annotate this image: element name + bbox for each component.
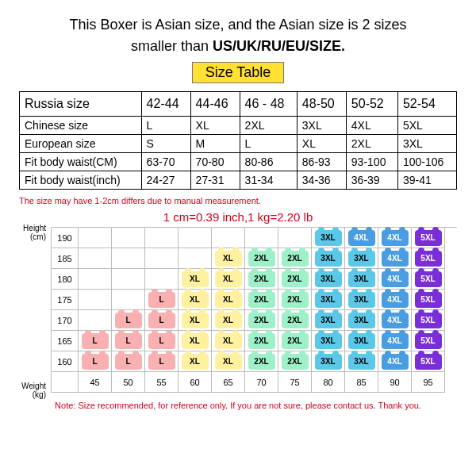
table-cell: S	[141, 135, 190, 153]
y-tick: 160	[52, 351, 79, 372]
x-tick: 55	[145, 372, 178, 393]
size-tag: 2XL	[282, 354, 309, 370]
chart-cell: L	[79, 351, 112, 372]
table-cell: XL	[297, 135, 346, 153]
chart-cell	[79, 228, 112, 248]
chart-cell: L	[79, 331, 112, 351]
table-cell: 5XL	[397, 117, 456, 135]
size-tag: 2XL	[248, 333, 275, 349]
chart-cell: XL	[212, 351, 245, 372]
size-tag: 3XL	[348, 354, 375, 370]
size-tag: L	[148, 333, 175, 349]
chart-cell: 3XL	[345, 331, 378, 351]
x-tick: 60	[178, 372, 212, 393]
chart-cell: 3XL	[345, 310, 378, 331]
chart-cell: 3XL	[312, 331, 345, 351]
table-cell: 2XL	[240, 117, 297, 135]
y-tick: 185	[52, 248, 79, 269]
size-tag: XL	[215, 313, 242, 328]
y-tick: 180	[52, 269, 79, 290]
x-tick: 45	[79, 372, 112, 393]
chart-cell: L	[145, 351, 178, 372]
size-tag: 5XL	[415, 251, 442, 267]
chart-cell: 5XL	[412, 331, 445, 351]
chart-cell	[145, 269, 178, 290]
x-tick: 65	[212, 372, 245, 393]
size-tag: 4XL	[348, 230, 375, 246]
table-cell: Fit body waist(inch)	[20, 171, 142, 190]
table-cell: 34-36	[297, 171, 346, 190]
y-tick: 165	[52, 331, 79, 351]
chart-cell: L	[145, 290, 178, 310]
size-tag: L	[115, 333, 142, 349]
chart-cell: L	[145, 331, 178, 351]
chart-cell	[79, 290, 112, 310]
chart-cell: 2XL	[278, 290, 312, 310]
intro-line1: This Boxer is Asian size, and the Asian …	[69, 17, 406, 33]
table-cell: European size	[20, 135, 142, 153]
table-cell: 4XL	[346, 117, 397, 135]
chart-cell: XL	[212, 269, 245, 290]
chart-cell: XL	[178, 310, 212, 331]
chart-cell: 2XL	[278, 248, 312, 269]
size-tag: 2XL	[248, 292, 275, 308]
size-tag: XL	[215, 251, 242, 267]
y-axis-label: Height(cm)	[19, 224, 46, 241]
table-cell: 3XL	[297, 117, 346, 135]
chart-cell: 3XL	[312, 310, 345, 331]
chart-cell	[145, 248, 178, 269]
table-cell: XL	[190, 117, 240, 135]
chart-cell: 4XL	[378, 331, 412, 351]
chart-cell	[79, 269, 112, 290]
size-tag: XL	[215, 354, 242, 370]
chart-cell: XL	[178, 290, 212, 310]
chart-cell	[112, 228, 145, 248]
table-row: European sizeSMLXL2XL3XL	[20, 135, 457, 153]
chart-cell: 3XL	[345, 269, 378, 290]
size-tag: 3XL	[348, 333, 375, 349]
size-tag: 5XL	[415, 333, 442, 349]
chart-cell	[112, 269, 145, 290]
size-tag: 4XL	[382, 230, 409, 246]
size-tag: 5XL	[415, 292, 442, 308]
size-tag: 2XL	[248, 354, 275, 370]
size-tag: 5XL	[415, 354, 442, 370]
size-tag: 4XL	[382, 333, 409, 349]
intro-line2a: smaller than	[131, 38, 213, 54]
chart-cell: 3XL	[312, 351, 345, 372]
size-tag: 4XL	[382, 271, 409, 287]
table-cell: 42-44	[141, 92, 190, 117]
size-recommendation-chart: Height(cm) 1903XL4XL4XL5XL185XL2XL2XL3XL…	[51, 227, 457, 393]
size-tag: XL	[182, 333, 209, 349]
size-tag: XL	[182, 313, 209, 328]
size-tag: 5XL	[415, 271, 442, 287]
size-table: Russia size42-4444-4646 - 4848-5050-5252…	[19, 91, 457, 190]
table-cell: 50-52	[346, 92, 397, 117]
size-tag: 5XL	[415, 313, 442, 328]
chart-cell	[178, 248, 212, 269]
chart-cell: 5XL	[412, 310, 445, 331]
chart-cell: 2XL	[278, 331, 312, 351]
size-tag: 2XL	[282, 333, 309, 349]
chart-cell: 3XL	[312, 248, 345, 269]
size-tag: 2XL	[248, 313, 275, 328]
chart-cell: 2XL	[245, 269, 278, 290]
x-axis-label: Weight(kg)	[19, 382, 46, 399]
size-table-label: Size Table	[192, 62, 285, 83]
size-tag: 2XL	[248, 251, 275, 267]
table-cell: L	[240, 135, 297, 153]
chart-cell: XL	[178, 269, 212, 290]
chart-cell	[79, 310, 112, 331]
size-tag: 2XL	[282, 313, 309, 328]
chart-cell: 3XL	[345, 351, 378, 372]
size-tag: 2XL	[282, 292, 309, 308]
size-tag: XL	[215, 271, 242, 287]
size-tag: 3XL	[315, 292, 342, 308]
chart-cell: 2XL	[278, 351, 312, 372]
chart-cell: 2XL	[245, 351, 278, 372]
x-tick: 70	[245, 372, 278, 393]
size-tag: L	[115, 354, 142, 370]
table-row: Chinese sizeLXL2XL3XL4XL5XL	[20, 117, 457, 135]
intro-text: This Boxer is Asian size, and the Asian …	[19, 14, 457, 57]
table-cell: 86-93	[297, 153, 346, 171]
